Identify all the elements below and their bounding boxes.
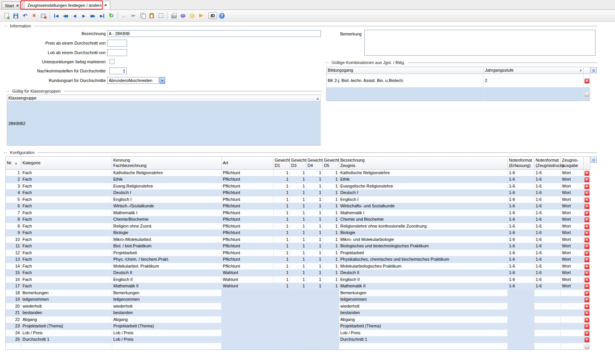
gewicht-d1-cell[interactable] xyxy=(274,323,290,330)
gewicht-d1-cell[interactable] xyxy=(274,290,290,297)
zeugnisausgabe-cell[interactable]: Wort xyxy=(561,183,584,190)
gewicht-d1-cell[interactable]: 1 xyxy=(274,243,290,250)
nav-last-button[interactable]: ▶ xyxy=(98,11,106,20)
gewicht-d1-cell[interactable]: 1 xyxy=(274,263,290,270)
kennung-cell[interactable]: Katholische Religionslehre xyxy=(112,170,222,176)
gewicht-d1-cell[interactable] xyxy=(274,336,290,343)
gewicht-d5-cell[interactable]: 1 xyxy=(323,243,339,250)
art-cell[interactable] xyxy=(222,330,274,337)
nr-cell[interactable]: 18 xyxy=(6,290,21,297)
gewicht-d1-cell[interactable]: 1 xyxy=(274,250,290,257)
gewicht-d5-cell[interactable]: 1 xyxy=(323,203,339,210)
table-row[interactable]: 20 wiederholt wiederholt wiederholt ✕ xyxy=(6,303,590,310)
notenformat-erfassung-cell[interactable]: 1-6 xyxy=(508,229,535,236)
column-header-gewicht-d5[interactable]: Gewicht D5 xyxy=(323,157,339,170)
delete-row-icon[interactable]: ✕ xyxy=(584,311,589,316)
gewicht-d5-cell[interactable] xyxy=(323,336,339,343)
delete-row-icon[interactable]: ✕ xyxy=(584,211,589,216)
table-row[interactable]: 16 Fach Englisch II Wahlunt 1 1 1 1 Engl… xyxy=(6,276,590,283)
gewicht-d1-cell[interactable]: 1 xyxy=(274,196,290,203)
column-header-bezeichnung[interactable]: Bezeichnung Zeugnis xyxy=(339,157,508,170)
nr-cell[interactable]: 1 xyxy=(6,170,21,176)
notenformat-zeugnisdruck-cell[interactable]: 1-6 xyxy=(535,210,561,216)
column-header-kategorie[interactable]: Kategorie xyxy=(21,157,112,170)
nav-fast-next-button[interactable]: ▶▶ xyxy=(89,11,97,20)
art-cell[interactable]: Wahlunt xyxy=(222,276,274,283)
kategorie-cell[interactable]: Fach xyxy=(21,216,112,223)
art-cell[interactable]: Pflichtunt xyxy=(222,189,274,196)
table-row[interactable]: 6 Fach Wirtsch.-/Sozialkunde Pflichtunt … xyxy=(6,203,590,210)
klassengruppe-cell[interactable]: 2BKBIB2 xyxy=(7,102,321,146)
notenformat-erfassung-cell[interactable] xyxy=(508,330,535,337)
art-cell[interactable]: Wahlunt xyxy=(222,283,274,290)
notenformat-erfassung-cell[interactable]: 1-6 xyxy=(508,243,535,250)
rundungsart-dropdown-button[interactable]: ▼ xyxy=(159,77,165,84)
column-header-gewicht-d4[interactable]: Gewicht D4 xyxy=(306,157,323,170)
gewicht-d4-cell[interactable] xyxy=(306,323,323,330)
gewicht-d3-cell[interactable]: 1 xyxy=(290,250,306,257)
gewicht-d4-cell[interactable]: 1 xyxy=(306,283,323,290)
gewicht-d1-cell[interactable]: 1 xyxy=(274,236,290,243)
table-row[interactable]: 19 teilgenommen teilgenommen teilgenomme… xyxy=(6,296,590,303)
kategorie-cell[interactable]: Fach xyxy=(21,283,112,290)
notenformat-zeugnisdruck-cell[interactable]: 1-6 xyxy=(535,216,561,223)
zeugnisausgabe-cell[interactable]: Wort xyxy=(561,256,584,263)
table-row[interactable]: 7 Fach Mathematik I Pflichtunt 1 1 1 1 M… xyxy=(6,210,590,216)
kennung-cell[interactable]: wiederholt xyxy=(112,303,222,310)
notenformat-erfassung-cell[interactable] xyxy=(508,336,535,343)
nr-cell[interactable]: 4 xyxy=(6,189,21,196)
gewicht-d4-cell[interactable] xyxy=(306,290,323,297)
gewicht-d5-cell[interactable]: 1 xyxy=(323,189,339,196)
notenformat-zeugnisdruck-cell[interactable] xyxy=(535,336,561,343)
gewicht-d3-cell[interactable] xyxy=(290,336,306,343)
id-button[interactable]: ID xyxy=(208,12,217,19)
gewicht-d3-cell[interactable]: 1 xyxy=(290,243,306,250)
gewicht-d1-cell[interactable] xyxy=(274,330,290,337)
gewicht-d5-cell[interactable]: 1 xyxy=(323,263,339,270)
kennung-cell[interactable]: Evang.Religionslehre xyxy=(112,183,222,190)
zeugnisausgabe-cell[interactable] xyxy=(561,336,584,343)
tab-zeugniseinstellungen[interactable]: Zeugniseinstellungen festlegen / ändern … xyxy=(24,1,111,10)
gewicht-d5-cell[interactable]: 1 xyxy=(323,236,339,243)
zeugnisausgabe-cell[interactable] xyxy=(561,296,584,303)
art-cell[interactable] xyxy=(222,316,274,323)
art-cell[interactable] xyxy=(222,323,274,330)
art-cell[interactable]: Pflichtunt xyxy=(222,176,274,183)
nr-cell[interactable]: 22 xyxy=(6,316,21,323)
gewicht-d1-cell[interactable] xyxy=(274,316,290,323)
art-cell[interactable]: Pflichtunt xyxy=(222,196,274,203)
bezeichnung-cell[interactable]: Chemie und Biochemie xyxy=(339,216,508,223)
gewicht-d3-cell[interactable]: 1 xyxy=(290,189,306,196)
zeugnisausgabe-cell[interactable]: Wort xyxy=(561,203,584,210)
table-row[interactable]: 5 Fach Englisch I Pflichtunt 1 1 1 1 Eng… xyxy=(6,196,590,203)
notenformat-erfassung-cell[interactable] xyxy=(508,309,535,316)
notenformat-zeugnisdruck-cell[interactable]: 1-6 xyxy=(535,243,561,250)
kategorie-cell[interactable]: Fach xyxy=(21,189,112,196)
table-row[interactable]: ✕ xyxy=(327,87,590,101)
gewicht-d3-cell[interactable]: 1 xyxy=(290,176,306,183)
gewicht-d1-cell[interactable]: 1 xyxy=(274,210,290,216)
art-cell[interactable]: Pflichtunt xyxy=(222,236,274,243)
kennung-cell[interactable]: Projektarbeit xyxy=(112,250,222,257)
gewicht-d1-cell[interactable]: 1 xyxy=(274,216,290,223)
delete-row-icon[interactable]: ✕ xyxy=(584,337,589,342)
gewicht-d4-cell[interactable] xyxy=(306,309,323,316)
kategorie-cell[interactable]: Abgang xyxy=(21,316,112,323)
zeugnisausgabe-cell[interactable]: Wort xyxy=(561,176,584,183)
nr-cell[interactable]: 23 xyxy=(6,323,21,330)
gewicht-d3-cell[interactable]: 1 xyxy=(290,276,306,283)
gewicht-d1-cell[interactable]: 1 xyxy=(274,276,290,283)
art-cell[interactable]: Pflichtunt xyxy=(222,263,274,270)
table-row[interactable]: 13 Fach Phys. /chem. / biochem.Prakt. Pf… xyxy=(6,256,590,263)
save-layout-button[interactable] xyxy=(39,11,48,20)
kategorie-cell[interactable]: Fach xyxy=(21,229,112,236)
notenformat-zeugnisdruck-cell[interactable] xyxy=(535,316,561,323)
column-chooser-button[interactable]: ⊞ xyxy=(591,157,597,163)
zeugnisausgabe-cell[interactable]: Wort xyxy=(561,236,584,243)
gewicht-d1-cell[interactable]: 1 xyxy=(274,283,290,290)
zeugnisausgabe-cell[interactable]: Wort xyxy=(561,223,584,230)
gewicht-d3-cell[interactable]: 1 xyxy=(290,210,306,216)
nr-cell[interactable]: 5 xyxy=(6,196,21,203)
nav-next-button[interactable]: ▶ xyxy=(79,11,88,20)
nr-cell[interactable]: 21 xyxy=(6,309,21,316)
